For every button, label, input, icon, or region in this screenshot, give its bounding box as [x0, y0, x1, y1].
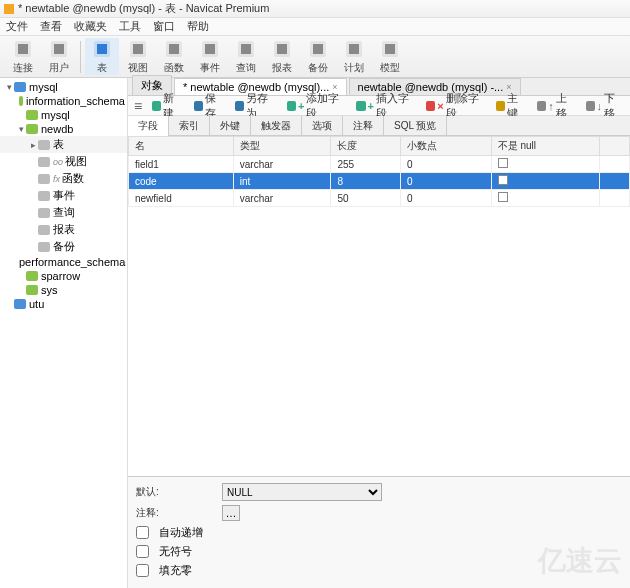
menu-查看[interactable]: 查看	[40, 19, 62, 34]
zerofill-checkbox[interactable]	[136, 564, 149, 577]
db2-icon	[26, 124, 38, 134]
col-不是 null[interactable]: 不是 null	[491, 137, 599, 156]
rp-icon	[38, 225, 50, 235]
new-icon	[152, 101, 161, 111]
default-label: 默认:	[136, 485, 216, 499]
menu-工具[interactable]: 工具	[119, 19, 141, 34]
addcol-icon	[287, 101, 296, 111]
db-icon	[14, 299, 26, 309]
toolbar-report[interactable]: 报表	[265, 38, 299, 75]
comment-label: 注释:	[136, 506, 216, 520]
db2-icon	[26, 110, 38, 120]
tree-mysql[interactable]: mysql	[0, 108, 127, 122]
auto-increment-checkbox[interactable]	[136, 526, 149, 539]
toolbar-backup[interactable]: 备份	[301, 38, 335, 75]
field-properties: 默认: NULL 注释: … 自动递增 无符号 填充零	[128, 476, 630, 588]
db2-icon	[19, 96, 23, 106]
tree-performance_schema[interactable]: performance_schema	[0, 255, 127, 269]
svg-rect-15	[277, 44, 287, 54]
down-icon	[586, 101, 595, 111]
notnull-checkbox[interactable]	[498, 175, 508, 185]
connection-tree[interactable]: ▾mysqlinformation_schemamysql▾newdb▸表oo视…	[0, 78, 128, 588]
design-tab-选项[interactable]: 选项	[302, 116, 343, 136]
design-tab-字段[interactable]: 字段	[128, 116, 169, 137]
design-toolbar: ≡新建保存另存为+添加字段+插入字段×删除字段主键↑上移↓下移	[128, 96, 630, 116]
tree-报表[interactable]: 报表	[0, 221, 127, 238]
menu-窗口[interactable]: 窗口	[153, 19, 175, 34]
expand-icon[interactable]: ▾	[16, 124, 26, 134]
tree-备份[interactable]: 备份	[0, 238, 127, 255]
col-名[interactable]: 名	[129, 137, 234, 156]
tree-sys[interactable]: sys	[0, 283, 127, 297]
toolbar-table[interactable]: 表	[85, 38, 119, 75]
notnull-checkbox[interactable]	[498, 192, 508, 202]
view-icon	[127, 38, 149, 60]
unsigned-checkbox[interactable]	[136, 545, 149, 558]
up-icon	[537, 101, 546, 111]
event-icon	[199, 38, 221, 60]
zerofill-label: 填充零	[159, 563, 192, 578]
svg-rect-7	[133, 44, 143, 54]
bk-icon	[38, 242, 50, 252]
design-tab-注释[interactable]: 注释	[343, 116, 384, 136]
vw-icon	[38, 157, 50, 167]
ev-icon	[38, 191, 50, 201]
db2-icon	[26, 285, 38, 295]
tree-视图[interactable]: oo视图	[0, 153, 127, 170]
db-icon	[14, 82, 26, 92]
design-tab-SQL 预览[interactable]: SQL 预览	[384, 116, 447, 136]
tree-newdb[interactable]: ▾newdb	[0, 122, 127, 136]
col-类型[interactable]: 类型	[233, 137, 331, 156]
design-tab-索引[interactable]: 索引	[169, 116, 210, 136]
schedule-icon	[343, 38, 365, 60]
tree-information_schema[interactable]: information_schema	[0, 94, 127, 108]
inscol-icon	[356, 101, 365, 111]
model-icon	[379, 38, 401, 60]
window-title: * newtable @newdb (mysql) - 表 - Navicat …	[18, 1, 269, 16]
table-row[interactable]: newfieldvarchar500	[129, 190, 630, 207]
svg-rect-5	[97, 44, 107, 54]
toolbar-plug[interactable]: 连接	[6, 38, 40, 75]
tree-事件[interactable]: 事件	[0, 187, 127, 204]
notnull-checkbox[interactable]	[498, 158, 508, 168]
tree-sparrow[interactable]: sparrow	[0, 269, 127, 283]
tree-mysql[interactable]: ▾mysql	[0, 80, 127, 94]
expand-icon[interactable]: ▾	[4, 82, 14, 92]
toolbar-user[interactable]: 用户	[42, 38, 76, 75]
content-area: 对象* newtable @newdb (mysql)...×newtable …	[128, 78, 630, 588]
qr-icon	[38, 208, 50, 218]
tree-函数[interactable]: fx函数	[0, 170, 127, 187]
design-tab-外键[interactable]: 外键	[210, 116, 251, 136]
tree-表[interactable]: ▸表	[0, 136, 127, 153]
expand-icon[interactable]: ▸	[28, 140, 38, 150]
toolbar-event[interactable]: 事件	[193, 38, 227, 75]
db2-icon	[26, 271, 38, 281]
menu-bar: 文件查看收藏夹工具窗口帮助	[0, 18, 630, 36]
col-小数点[interactable]: 小数点	[401, 137, 492, 156]
toolbar-view[interactable]: 视图	[121, 38, 155, 75]
table-row[interactable]: codeint80	[129, 173, 630, 190]
svg-rect-9	[169, 44, 179, 54]
menu-文件[interactable]: 文件	[6, 19, 28, 34]
tree-utu[interactable]: utu	[0, 297, 127, 311]
tree-查询[interactable]: 查询	[0, 204, 127, 221]
default-select[interactable]: NULL	[222, 483, 382, 501]
menu-收藏夹[interactable]: 收藏夹	[74, 19, 107, 34]
field-grid-wrap: 名类型长度小数点不是 nullfield1varchar2550codeint8…	[128, 136, 630, 476]
field-grid[interactable]: 名类型长度小数点不是 nullfield1varchar2550codeint8…	[128, 136, 630, 207]
menu-帮助[interactable]: 帮助	[187, 19, 209, 34]
title-bar: * newtable @newdb (mysql) - 表 - Navicat …	[0, 0, 630, 18]
table-row[interactable]: field1varchar2550	[129, 156, 630, 173]
comment-expand-button[interactable]: …	[222, 505, 240, 521]
design-tab-触发器[interactable]: 触发器	[251, 116, 302, 136]
backup-icon	[307, 38, 329, 60]
toolbar-func[interactable]: 函数	[157, 38, 191, 75]
toolbar-query[interactable]: 查询	[229, 38, 263, 75]
toolbar-schedule[interactable]: 计划	[337, 38, 371, 75]
menu-icon[interactable]: ≡	[134, 98, 142, 114]
toolbar-model[interactable]: 模型	[373, 38, 407, 75]
delcol-icon	[426, 101, 435, 111]
col-长度[interactable]: 长度	[331, 137, 401, 156]
report-icon	[271, 38, 293, 60]
tbl-icon	[38, 140, 50, 150]
